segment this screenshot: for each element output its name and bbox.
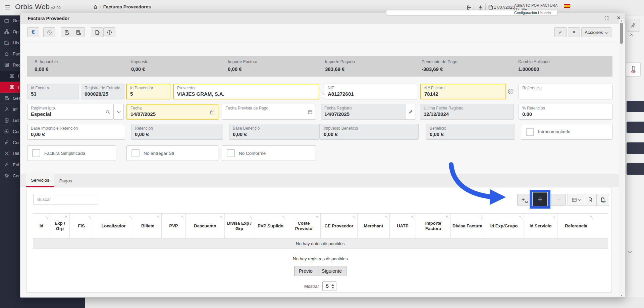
pdf-side-panel-button[interactable]: PDF xyxy=(626,62,641,77)
maximize-icon[interactable] xyxy=(604,16,609,21)
currency-button[interactable]: € xyxy=(27,27,39,37)
checkbox-no-conforme[interactable]: No Conforme xyxy=(222,145,316,161)
column-header-billete[interactable]: Billete xyxy=(134,214,162,238)
modal-scrollbar[interactable]: ▲ ▼ xyxy=(619,19,624,297)
home-icon[interactable] xyxy=(93,4,98,9)
field-retencion: Retención0,00 € xyxy=(131,124,223,140)
column-header-descuento[interactable]: Descuento xyxy=(186,214,225,238)
spain-flag-icon[interactable] xyxy=(564,4,570,8)
user-menu-item[interactable]: Configuración Usuario xyxy=(514,11,551,15)
page-size-select[interactable]: 5 xyxy=(322,281,336,291)
field-pct-retencion[interactable]: % Retención0.00 xyxy=(519,104,612,120)
scrollbar-thumb[interactable] xyxy=(620,23,623,44)
field-nif[interactable]: NIFA81272601 xyxy=(324,84,417,99)
field-ultima-fecha-registro: Ultima Fecha Registro12/12/2024 xyxy=(420,104,514,120)
previous-page-button[interactable]: Previo xyxy=(294,266,317,276)
checkbox-no-entregar-sii[interactable]: No entregar SII xyxy=(126,145,218,161)
column-header-importe-factura[interactable]: Importe Factura xyxy=(416,214,451,238)
calendar-icon[interactable] xyxy=(488,5,493,10)
column-header-id[interactable]: Id xyxy=(33,214,50,238)
field-proveedor[interactable]: ProveedorVIAJES GRAM, S.A. xyxy=(173,84,319,99)
column-header-merchant[interactable]: Merchant xyxy=(358,214,390,238)
regimen-dropdown-button[interactable] xyxy=(113,104,124,120)
sort-icon xyxy=(282,215,285,219)
field-base-imponible-retencion[interactable]: Base Imponible Retención0,00 € xyxy=(27,124,125,140)
docked-panel-tab[interactable] xyxy=(627,142,644,154)
sort-icon xyxy=(64,215,68,219)
column-header-exp-grp[interactable]: Exp / Grp xyxy=(50,214,70,238)
cancel-button[interactable]: × xyxy=(568,27,580,37)
column-header-ce-proveedor[interactable]: CE Proveedor xyxy=(321,214,358,238)
field-referencia[interactable]: Referencia xyxy=(519,84,612,99)
spinner-icon[interactable] xyxy=(331,284,334,289)
field-fecha-prevista-pago[interactable]: Fecha Prevista de Pago xyxy=(222,104,316,120)
export-pdf-button[interactable]: PDF xyxy=(596,194,609,206)
docked-panel-tab[interactable] xyxy=(627,122,644,133)
logout-icon[interactable] xyxy=(466,5,472,10)
tools-icon xyxy=(4,151,9,156)
column-header-localizador[interactable]: Localizador xyxy=(93,214,134,238)
edit-fecha-registro-button[interactable] xyxy=(405,104,416,119)
briefcase-icon xyxy=(4,18,9,23)
user-menu-dropdown-edge[interactable]: Configuración Usuario xyxy=(386,10,557,15)
panel-close-icon[interactable]: × xyxy=(630,32,633,37)
column-label: Divisa Factura xyxy=(452,223,482,229)
column-header-pvp-suplido[interactable]: PVP Suplido xyxy=(254,214,287,238)
column-header-id-servicio[interactable]: Id Servicio xyxy=(524,214,557,238)
sort-icon xyxy=(479,215,483,219)
scroll-down-icon[interactable]: ▼ xyxy=(619,294,624,297)
checkbox-intracomunitaria[interactable]: Intracomunitaria xyxy=(521,124,612,140)
no-records-text: No hay registros disponibles xyxy=(33,256,608,261)
column-header-filler xyxy=(595,214,608,238)
copy-invoice-button[interactable] xyxy=(61,27,73,37)
field-id-factura: Id Factura53 xyxy=(27,84,78,99)
next-page-button[interactable]: Siguiente xyxy=(317,266,346,276)
column-header-divisa-exp-grp[interactable]: Divisa Exp / Grp xyxy=(225,214,254,238)
help-icon xyxy=(107,30,112,35)
download-icon[interactable] xyxy=(478,5,483,10)
tab-pagos[interactable]: Pagos xyxy=(54,174,77,187)
scroll-up-icon[interactable]: ▲ xyxy=(619,19,624,22)
column-header-divisa-factura[interactable]: Divisa Factura xyxy=(451,214,484,238)
edit-document-button[interactable] xyxy=(91,27,103,37)
confirm-button[interactable]: ✓ xyxy=(554,27,567,37)
docked-panel-tab[interactable] xyxy=(627,163,644,175)
breadcrumb-current: Facturas Proveedores xyxy=(103,4,151,9)
tab-servicios[interactable]: Servicios xyxy=(26,174,54,187)
calendar-icon[interactable] xyxy=(210,110,215,115)
checkbox[interactable] xyxy=(32,149,40,157)
void-invoice-button[interactable] xyxy=(43,27,55,37)
checkbox[interactable] xyxy=(131,149,140,157)
docked-panel-tab[interactable] xyxy=(627,101,644,112)
hamburger-menu-icon[interactable]: ☰ xyxy=(5,4,12,10)
export-excel-button[interactable] xyxy=(584,194,596,206)
sidebar-item-label: Inf xyxy=(13,107,17,112)
checkbox[interactable] xyxy=(227,149,235,157)
column-header-fis[interactable]: FIS xyxy=(70,214,93,238)
acciones-button[interactable]: Acciones xyxy=(581,27,611,37)
column-header-pvp[interactable]: PVP xyxy=(162,214,186,238)
session-date[interactable]: 17/07/2025 xyxy=(494,5,515,10)
checkbox[interactable] xyxy=(526,128,534,136)
column-header-coste-previsto[interactable]: Coste Previsto xyxy=(287,214,321,238)
search-input[interactable] xyxy=(34,194,97,205)
field-num-factura[interactable]: N.º Factura78142 xyxy=(420,84,506,99)
column-header-uatp[interactable]: UATP xyxy=(390,214,416,238)
column-chooser-button[interactable] xyxy=(568,194,584,206)
unpin-panel-button[interactable] xyxy=(627,19,640,32)
duplicate-invoice-button[interactable] xyxy=(72,27,85,37)
field-id-proveedor[interactable]: Id Proveedor5 xyxy=(126,84,170,99)
checkbox-factura-simplificada[interactable]: Factura Simplificada xyxy=(27,145,116,161)
field-regimen-ipto[interactable]: Régimen Ipto.Especial xyxy=(27,104,114,120)
check-circle-icon[interactable] xyxy=(507,88,514,95)
remove-service-button[interactable]: − xyxy=(551,194,566,206)
help-button[interactable] xyxy=(103,27,115,37)
add-service-button[interactable]: + xyxy=(532,192,548,206)
column-header-id-exp-grupo[interactable]: Id Exp/Grupo xyxy=(484,214,524,238)
calendar-icon[interactable] xyxy=(308,109,313,115)
column-header-referencia[interactable]: Referencia xyxy=(557,214,595,238)
field-fecha[interactable]: Fecha14/07/2025 xyxy=(126,104,218,120)
forbidden-icon xyxy=(47,30,52,35)
chevron-down-icon[interactable] xyxy=(629,248,631,254)
sort-icon xyxy=(129,215,132,219)
